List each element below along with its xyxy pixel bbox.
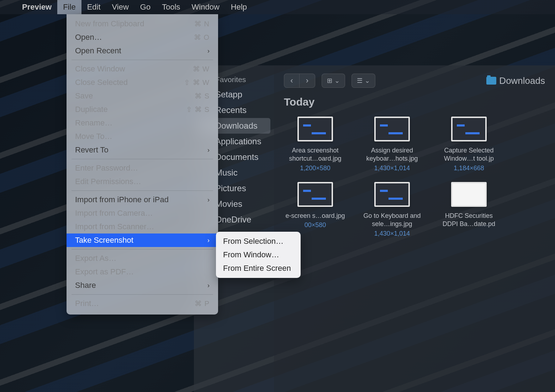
menu-shortcut: ⌘ S xyxy=(195,92,210,100)
forward-button[interactable]: › xyxy=(300,74,315,88)
file-item[interactable]: HDFC Securities DDPI Ba…date.pd xyxy=(438,182,500,237)
menu-item-label: New from Clipboard xyxy=(75,19,144,28)
chevron-right-icon: › xyxy=(207,146,210,154)
menubar-item-tools[interactable]: Tools xyxy=(156,0,186,14)
chevron-left-icon: ‹ xyxy=(290,76,293,85)
chevron-right-icon: › xyxy=(207,237,210,244)
menu-item-close-selected: Close Selected⇧ ⌘ W xyxy=(67,76,218,89)
menu-item-close-window: Close Window⌘ W xyxy=(67,62,218,76)
menu-item-edit-permissions: Edit Permissions… xyxy=(67,175,218,188)
take-screenshot-submenu: From Selection… From Window… From Entire… xyxy=(216,232,301,278)
chevron-right-icon: › xyxy=(207,282,210,289)
menu-separator xyxy=(72,159,213,159)
file-dimensions-label: 1,430×1,014 xyxy=(374,230,410,237)
menu-item-import-from-iphone-or-ipad[interactable]: Import from iPhone or iPad› xyxy=(67,193,218,206)
location-indicator[interactable]: Downloads xyxy=(486,75,545,86)
chevron-down-icon: ⌄ xyxy=(365,77,370,85)
file-menu-dropdown: New from Clipboard⌘ NOpen…⌘ OOpen Recent… xyxy=(67,14,218,315)
menu-shortcut: ⌘ P xyxy=(195,299,210,308)
menu-item-new-from-clipboard: New from Clipboard⌘ N xyxy=(67,17,218,31)
menu-shortcut: ⇧ ⌘ S xyxy=(186,105,210,114)
file-name-label: Capture Selected Window…t tool.jp xyxy=(438,146,500,163)
folder-icon xyxy=(486,77,496,85)
file-item[interactable]: Area screenshot shortcut…oard.jpg1,200×5… xyxy=(284,117,347,172)
icon-view-button[interactable]: ⊞⌄ xyxy=(322,74,345,88)
menu-item-label: Import from Camera… xyxy=(75,209,153,218)
file-thumbnail xyxy=(451,117,487,141)
menubar-item-edit[interactable]: Edit xyxy=(81,0,106,14)
menu-item-label: Share xyxy=(75,281,96,290)
chevron-down-icon: ⌄ xyxy=(334,77,340,85)
menu-item-import-from-scanner: Import from Scanner… xyxy=(67,220,218,233)
menubar-app-name[interactable]: Preview xyxy=(16,0,57,14)
file-grid: Area screenshot shortcut…oard.jpg1,200×5… xyxy=(284,117,545,237)
menu-item-label: Edit Permissions… xyxy=(75,177,141,186)
grid-icon: ⊞ xyxy=(327,77,332,85)
location-label: Downloads xyxy=(499,75,545,86)
menu-separator xyxy=(72,60,213,60)
menu-item-label: Print… xyxy=(75,299,99,308)
menu-item-label: Take Screenshot xyxy=(75,236,133,245)
menu-item-label: Duplicate xyxy=(75,105,108,114)
file-thumbnail xyxy=(297,117,333,141)
menu-item-take-screenshot[interactable]: Take Screenshot› xyxy=(67,233,218,247)
chevron-right-icon: › xyxy=(207,47,210,55)
file-name-label: Area screenshot shortcut…oard.jpg xyxy=(284,146,347,163)
menu-item-export-as: Export As… xyxy=(67,252,218,265)
file-name-label: Assign desired keyboar…hots.jpg xyxy=(361,146,423,163)
menu-item-label: Move To… xyxy=(75,132,112,141)
chevron-right-icon: › xyxy=(207,196,210,204)
menu-item-save: Save⌘ S xyxy=(67,89,218,103)
menu-shortcut: ⌘ W xyxy=(193,65,210,73)
menu-item-label: Revert To xyxy=(75,145,109,155)
menu-item-print: Print…⌘ P xyxy=(67,297,218,310)
menu-separator xyxy=(72,249,213,249)
file-item[interactable]: e-screen s…oard.jpg00×580 xyxy=(284,182,347,237)
menubar-item-go[interactable]: Go xyxy=(134,0,156,14)
finder-toolbar: ‹ › ⊞⌄ ☰⌄ Downloads xyxy=(274,65,555,96)
group-view-button[interactable]: ☰⌄ xyxy=(352,74,375,88)
file-dimensions-label: 1,430×1,014 xyxy=(374,165,410,172)
menu-item-duplicate: Duplicate⇧ ⌘ S xyxy=(67,103,218,116)
file-thumbnail xyxy=(451,182,487,207)
menu-separator xyxy=(72,294,213,295)
menu-item-label: Import from iPhone or iPad xyxy=(75,195,169,204)
submenu-from-entire-screen[interactable]: From Entire Screen xyxy=(216,262,301,275)
section-header: Today xyxy=(284,96,545,108)
finder-main: ‹ › ⊞⌄ ☰⌄ Downloads Today Area screensho… xyxy=(274,65,555,392)
back-button[interactable]: ‹ xyxy=(284,74,300,88)
submenu-from-selection[interactable]: From Selection… xyxy=(216,235,301,248)
menubar-item-window[interactable]: Window xyxy=(186,0,225,14)
file-item[interactable]: Assign desired keyboar…hots.jpg1,430×1,0… xyxy=(361,117,423,172)
file-name-label: Go to Keyboard and sele…ings.jpg xyxy=(361,212,423,229)
menu-shortcut: ⌘ N xyxy=(194,20,210,28)
content-area: Today Area screenshot shortcut…oard.jpg1… xyxy=(274,96,555,392)
menubar-item-view[interactable]: View xyxy=(106,0,134,14)
chevron-right-icon: › xyxy=(306,76,308,85)
menubar: Preview File Edit View Go Tools Window H… xyxy=(0,0,555,14)
menu-separator xyxy=(72,190,213,191)
menu-item-label: Rename… xyxy=(75,118,112,128)
file-thumbnail xyxy=(374,182,410,207)
menu-item-label: Export as PDF… xyxy=(75,267,134,276)
file-dimensions-label: 1,200×580 xyxy=(300,165,331,172)
nav-buttons: ‹ › xyxy=(284,74,315,88)
menu-item-label: Enter Password… xyxy=(75,163,138,173)
menu-item-label: Import from Scanner… xyxy=(75,222,154,231)
menubar-item-file[interactable]: File xyxy=(57,0,81,14)
menu-shortcut: ⇧ ⌘ W xyxy=(184,78,210,87)
menu-item-label: Save xyxy=(75,91,93,101)
submenu-from-window[interactable]: From Window… xyxy=(216,248,301,262)
file-item[interactable]: Capture Selected Window…t tool.jp1,184×6… xyxy=(438,117,500,172)
menu-item-label: Close Window xyxy=(75,64,125,74)
group-icon: ☰ xyxy=(357,77,363,85)
menubar-item-help[interactable]: Help xyxy=(225,0,253,14)
menu-item-move-to: Move To… xyxy=(67,130,218,143)
menu-item-open[interactable]: Open…⌘ O xyxy=(67,31,218,44)
menu-item-label: Open… xyxy=(75,33,102,42)
menu-item-revert-to[interactable]: Revert To› xyxy=(67,143,218,157)
menu-item-share[interactable]: Share› xyxy=(67,279,218,292)
menu-item-open-recent[interactable]: Open Recent› xyxy=(67,44,218,58)
file-dimensions-label: 1,184×668 xyxy=(454,165,484,172)
file-item[interactable]: Go to Keyboard and sele…ings.jpg1,430×1,… xyxy=(361,182,423,237)
